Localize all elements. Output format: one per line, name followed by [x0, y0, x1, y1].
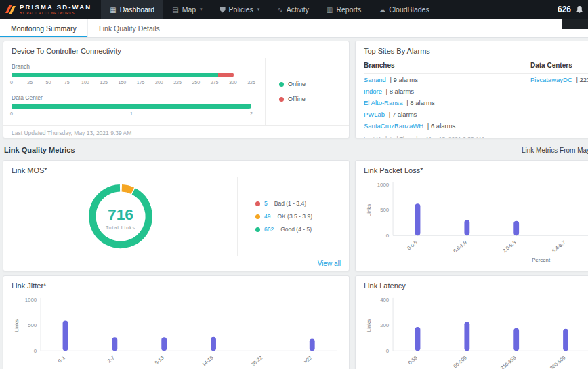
card-title: Link Jitter*: [3, 276, 349, 292]
link-mos-card: Link MOS* 716Total Links 5 Bad (1 - 3.4)…: [3, 160, 350, 271]
svg-text:360-509: 360-509: [549, 355, 566, 369]
bar-chart-svg: 050010000-0.50.6-1.92.0-5.35.4-8.7LinksP…: [362, 178, 588, 269]
svg-text:Links: Links: [366, 204, 372, 216]
link-latency-card: Link Latency 02004000-5960-209210-359360…: [355, 275, 588, 369]
svg-text:1000: 1000: [377, 182, 390, 188]
branches-column: Branches Sanand | 9 alarms Indore | 8 al…: [364, 58, 530, 132]
tab-monitoring-summary[interactable]: Monitoring Summary: [0, 19, 88, 37]
axis-tick: 275: [211, 80, 219, 85]
alarm-count-text: | 8 alarms: [386, 88, 415, 95]
alarm-count-text: | 7 alarms: [389, 111, 417, 118]
connectivity-card: Device To Controller Connectivity Branch…: [3, 41, 350, 138]
svg-text:20-22: 20-22: [250, 355, 264, 368]
alarm-count-text: | 9 alarms: [390, 76, 418, 83]
view-all-link[interactable]: View all: [318, 260, 341, 267]
svg-text:716: 716: [107, 206, 133, 223]
connectivity-legend: Online Offline: [265, 58, 349, 125]
svg-text:2-7: 2-7: [106, 355, 116, 364]
svg-text:0-0.5: 0-0.5: [406, 239, 419, 252]
legend-count: 5: [264, 200, 268, 207]
nav-cloudblades-label: CloudBlades: [389, 5, 429, 14]
good-legend-dot: [255, 227, 260, 232]
svg-text:1000: 1000: [25, 297, 37, 303]
svg-text:0-59: 0-59: [407, 355, 419, 366]
nav-cloudblades[interactable]: ☁ CloudBlades: [370, 0, 438, 19]
brand-subtitle: BY PALO ALTO NETWORKS: [20, 12, 91, 15]
branches-header: Branches: [364, 58, 530, 74]
nav-map[interactable]: ▤ Map ▾: [163, 0, 211, 19]
ok-legend-dot: [255, 214, 260, 219]
legend-label: Bad (1 - 3.4): [274, 200, 306, 207]
nav-dashboard[interactable]: ▦ Dashboard: [101, 0, 163, 19]
card-title: Link MOS*: [3, 161, 349, 177]
list-item: SantaCruzRanzaWH | 6 alarms: [364, 120, 530, 132]
svg-text:14-19: 14-19: [201, 355, 214, 368]
card-title: Top Sites By Alarms: [356, 41, 588, 58]
site-link[interactable]: SantaCruzRanzaWH: [364, 122, 423, 130]
svg-text:210-359: 210-359: [499, 355, 517, 369]
svg-text:0: 0: [34, 348, 37, 354]
legend-item-bad: 5 Bad (1 - 3.4): [255, 200, 349, 207]
nav-map-label: Map: [182, 5, 196, 14]
bar: [161, 337, 167, 351]
legend-item-ok: 49 OK (3.5 - 3.9): [255, 213, 349, 220]
latency-chart: 02004000-5960-209210-359360-509Linksms: [356, 292, 588, 369]
bar: [464, 322, 469, 351]
site-link[interactable]: PWLab: [364, 111, 385, 118]
bar-track: [12, 73, 251, 77]
connectivity-charts: Branch0255075100125150175200225250275300…: [3, 58, 265, 125]
axis-tick: 2: [250, 111, 253, 116]
nav-policies[interactable]: Policies ▾: [211, 0, 269, 19]
alarm-count-text: | 223 alarms: [576, 76, 588, 83]
last-updated-text: Last Updated Thursday, May 13, 2021 9:39…: [356, 132, 588, 138]
bar: [513, 328, 519, 351]
nav-activity[interactable]: ∿ Activity: [268, 0, 318, 19]
card-title: Link Packet Loss*: [356, 161, 588, 177]
axis-tick: 1: [130, 111, 133, 116]
svg-text:8-13: 8-13: [153, 355, 165, 366]
axis-tick: 300: [229, 80, 237, 85]
tab-link-quality-details-label: Link Quality Details: [99, 24, 160, 33]
axis-tick: 225: [173, 80, 182, 85]
axis-tick: 325: [247, 80, 255, 85]
link-jitter-card: Link Jitter* 050010000-12-78-1314-1920-2…: [3, 275, 350, 369]
svg-text:200: 200: [380, 322, 390, 328]
card-title: Device To Controller Connectivity: [3, 41, 349, 58]
site-link[interactable]: PiscatawayDC: [530, 76, 572, 83]
bar-segment: [12, 73, 218, 77]
nav-right: 626: [558, 5, 588, 14]
tab-monitoring-summary-label: Monitoring Summary: [11, 24, 77, 33]
bell-icon[interactable]: [575, 5, 584, 14]
legend-count: 49: [264, 213, 270, 220]
nav-reports[interactable]: ▥ Reports: [318, 0, 370, 19]
alarm-count-badge[interactable]: 626: [558, 5, 571, 14]
bar-chart-svg: 02004000-5960-209210-359360-509Linksms: [362, 294, 588, 369]
bar: [211, 337, 216, 351]
nav-dashboard-label: Dashboard: [120, 5, 154, 14]
bar: [513, 221, 519, 236]
data-centers-column: Data Centers PiscatawayDC | 223 alarms: [530, 58, 588, 132]
list-item: PWLab | 7 alarms: [364, 109, 530, 120]
legend-count: 662: [264, 226, 274, 233]
site-link[interactable]: El Alto-Ransa: [364, 99, 403, 106]
reports-icon: ▥: [327, 6, 333, 14]
site-link[interactable]: Sanand: [364, 76, 386, 83]
svg-text:0: 0: [386, 348, 390, 354]
svg-text:0-1: 0-1: [57, 355, 66, 364]
svg-text:500: 500: [28, 322, 37, 328]
bar-track: [12, 104, 251, 109]
brand-logo[interactable]: PRISMA SD-WAN BY PALO ALTO NETWORKS: [5, 0, 101, 19]
bar-chart-svg: 050010000-12-78-1314-1920-22>22Linksms: [10, 294, 342, 369]
mos-legend: 5 Bad (1 - 3.4) 49 OK (3.5 - 3.9) 662 Go…: [238, 177, 349, 256]
tab-link-quality-details[interactable]: Link Quality Details: [88, 19, 171, 37]
brand-text: PRISMA SD-WAN BY PALO ALTO NETWORKS: [20, 4, 91, 15]
mos-donut-chart: 716Total Links: [3, 177, 238, 256]
offline-legend-dot: [279, 97, 284, 102]
online-legend-dot: [279, 82, 284, 87]
alarm-count-text: | 8 alarms: [406, 99, 435, 106]
card-title: Link Latency: [356, 276, 588, 292]
svg-text:0.6-1.9: 0.6-1.9: [452, 239, 467, 254]
top-sites-card: Top Sites By Alarms Branches Sanand | 9 …: [355, 41, 588, 138]
site-link[interactable]: Indore: [364, 88, 382, 95]
axis-tick: 250: [192, 80, 200, 85]
